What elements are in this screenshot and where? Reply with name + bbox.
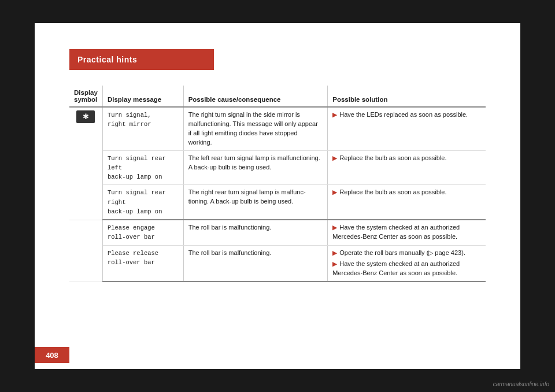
section-header: Practical hints xyxy=(69,49,214,70)
bullet-arrow: ▶ xyxy=(332,224,337,231)
col-header-solution: Possible solution xyxy=(328,86,486,107)
message-text: Please engageroll-over bar xyxy=(108,224,155,241)
cause-cell: The left rear turn signal lamp is malfun… xyxy=(183,150,328,185)
bullet-arrow: ▶ xyxy=(332,250,337,256)
bullet-arrow: ▶ xyxy=(332,155,337,161)
col-header-message: Display message xyxy=(102,86,183,107)
cause-cell: The roll bar is malfunctioning. xyxy=(183,245,328,282)
page-number: 408 xyxy=(46,351,58,360)
solution-item: ▶Operate the roll bars manually (▷ page … xyxy=(332,249,481,258)
table-row: Please releaseroll-over bar The roll bar… xyxy=(69,245,486,282)
message-cell: Turn signal,right mirror xyxy=(102,107,183,150)
table-row: ✱ Turn signal,right mirror The right tur… xyxy=(69,107,486,150)
solution-cell: ▶Operate the roll bars manually (▷ page … xyxy=(328,245,486,282)
col-header-cause: Possible cause/consequence xyxy=(183,86,328,107)
message-text: Turn signal,right mirror xyxy=(108,112,151,128)
page-number-box: 408 xyxy=(35,347,69,363)
message-cell: Turn signal rear leftback-up lamp on xyxy=(102,150,183,185)
message-text: Turn signal rear leftback-up lamp on xyxy=(108,155,166,180)
section-title: Practical hints xyxy=(77,55,137,64)
table-header-row: Display symbol Display message Possible … xyxy=(69,86,486,107)
solution-cell: ▶Have the LEDs replaced as soon as possi… xyxy=(328,107,486,150)
message-text: Please releaseroll-over bar xyxy=(108,250,158,266)
table-row: Please engageroll-over bar The roll bar … xyxy=(69,220,486,245)
message-cell: Please engageroll-over bar xyxy=(102,220,183,245)
warning-symbol: ✱ xyxy=(76,110,95,123)
symbol-cell: ✱ xyxy=(69,107,102,220)
cause-cell: The right rear turn signal lamp is malfu… xyxy=(183,185,328,220)
bullet-arrow: ▶ xyxy=(332,189,337,195)
main-table-container: Display symbol Display message Possible … xyxy=(69,86,486,282)
message-cell: Turn signal rear rightback-up lamp on xyxy=(102,185,183,220)
solution-cell: ▶Replace the bulb as soon as possible. xyxy=(328,185,486,220)
message-text: Turn signal rear rightback-up lamp on xyxy=(108,189,166,215)
solution-cell: ▶Replace the bulb as soon as possible. xyxy=(328,150,486,185)
diagnostic-table: Display symbol Display message Possible … xyxy=(69,86,486,282)
bullet-arrow: ▶ xyxy=(332,261,337,267)
solution-cell: ▶Have the system checked at an autho­riz… xyxy=(328,220,486,245)
col-header-symbol: Display symbol xyxy=(69,86,102,107)
watermark: carmanualsonline.info xyxy=(493,381,549,387)
table-row: Turn signal rear rightback-up lamp on Th… xyxy=(69,185,486,220)
message-cell: Please releaseroll-over bar xyxy=(102,245,183,282)
cause-cell: The roll bar is malfunctioning. xyxy=(183,220,328,245)
bullet-arrow: ▶ xyxy=(332,112,337,118)
table-row: Turn signal rear leftback-up lamp on The… xyxy=(69,150,486,185)
solution-item: ▶Have the system checked at an autho­riz… xyxy=(332,260,481,278)
cause-cell: The right turn signal in the side mirror… xyxy=(183,107,328,150)
empty-symbol-cell xyxy=(69,220,102,282)
